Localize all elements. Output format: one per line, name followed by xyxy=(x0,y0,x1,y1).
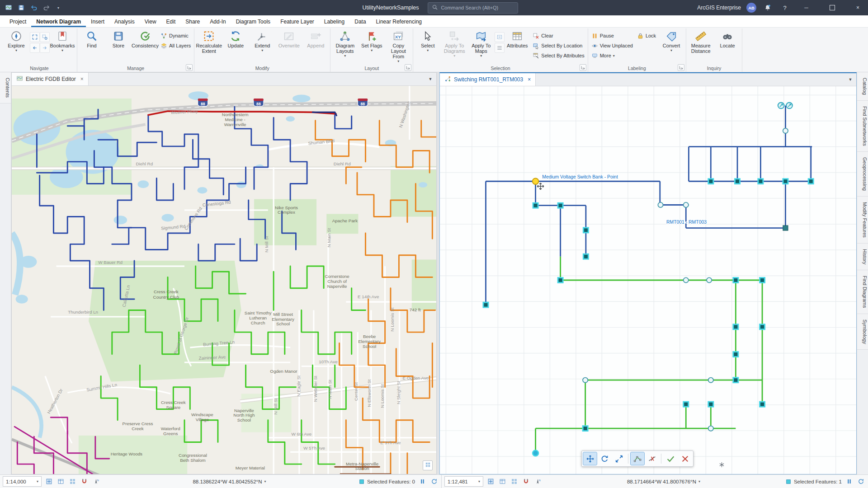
attribute-table-button[interactable] xyxy=(57,477,65,486)
dialog-launcher-icon[interactable] xyxy=(580,64,586,71)
locate-button[interactable]: Locate xyxy=(714,29,741,65)
selected-switch-node[interactable] xyxy=(583,426,588,431)
selection-list-button[interactable] xyxy=(495,43,505,53)
selected-switch-node[interactable] xyxy=(733,278,738,283)
north-arrow-button[interactable]: N xyxy=(92,477,100,486)
save-button[interactable] xyxy=(15,2,27,14)
ribbon-tab-edit[interactable]: Edit xyxy=(161,16,181,27)
dock-tab-history[interactable]: History xyxy=(857,244,868,270)
selected-switch-node[interactable] xyxy=(760,324,765,329)
tab-electric-fgdb-editor[interactable]: Electric FGDB Editor × xyxy=(12,73,89,85)
selection-mode-button[interactable] xyxy=(495,32,505,42)
junction-node[interactable] xyxy=(684,277,689,282)
store-button[interactable]: Store xyxy=(105,29,132,65)
help-button[interactable]: ? xyxy=(779,5,791,11)
selected-switch-node[interactable] xyxy=(733,324,738,329)
select-button[interactable]: Select▾ xyxy=(415,29,441,65)
tab-switching-rmt001-rtm003[interactable]: Switching RMT001_RTM003 × xyxy=(440,73,536,86)
ribbon-tab-labeling[interactable]: Labeling xyxy=(319,16,349,27)
diagram-layouts-button[interactable]: Diagram Layouts▾ xyxy=(332,29,358,65)
junction-node[interactable] xyxy=(708,378,713,383)
pause-button[interactable]: Pause xyxy=(590,31,635,40)
selected-switch-node[interactable] xyxy=(760,402,765,407)
selected-switch-node[interactable] xyxy=(760,278,765,283)
pause-drawing-button[interactable] xyxy=(418,477,427,486)
ribbon-tab-network-diagram[interactable]: Network Diagram xyxy=(31,16,86,27)
ribbon-tab-linear-referencing[interactable]: Linear Referencing xyxy=(371,16,427,27)
selected-switch-node[interactable] xyxy=(708,179,713,184)
pane-navigation-button[interactable] xyxy=(486,477,495,486)
selected-switch-node[interactable] xyxy=(758,179,763,184)
map-canvas[interactable]: Weaver PkwyNorthwesternMedicine -Warrenv… xyxy=(12,86,436,474)
selected-switch-node[interactable] xyxy=(733,352,738,357)
find-button[interactable]: Find xyxy=(79,29,105,65)
customize-toolbar-button[interactable]: ▾ xyxy=(52,2,64,14)
apply-to-maps-button[interactable]: Apply To Maps▾ xyxy=(468,29,494,65)
page-grid-button[interactable] xyxy=(68,477,77,486)
selected-switch-node[interactable] xyxy=(735,179,740,184)
close-icon[interactable]: × xyxy=(80,76,84,82)
junction-node[interactable] xyxy=(684,202,689,207)
select-by-attributes-button[interactable]: Select By Attributes xyxy=(531,51,586,60)
junction-node[interactable] xyxy=(583,378,588,383)
set-flags-button[interactable]: Set Flags▾ xyxy=(359,29,385,65)
switch-node[interactable] xyxy=(783,225,788,230)
coordinates-display[interactable]: 88.1714664°W 41.8007676°N▾ xyxy=(627,479,700,484)
sketch-options-button[interactable] xyxy=(717,460,726,470)
tab-list-chevron[interactable]: ▼ xyxy=(844,73,856,86)
clear-button[interactable]: Clear xyxy=(531,31,586,40)
selected-switch-node[interactable] xyxy=(808,179,813,184)
selected-switch-node[interactable] xyxy=(583,254,588,259)
ribbon-tab-analysis[interactable]: Analysis xyxy=(109,16,140,27)
split-button[interactable] xyxy=(645,452,659,465)
selected-switch-node[interactable] xyxy=(558,203,563,208)
ribbon-tab-add-in[interactable]: Add-In xyxy=(205,16,231,27)
consistency-button[interactable]: Consistency xyxy=(132,29,158,65)
dock-tab-contents[interactable]: Contents xyxy=(0,72,11,103)
selected-switch-node[interactable] xyxy=(483,302,488,307)
refresh-button[interactable] xyxy=(430,477,439,486)
scale-combo[interactable]: 1:12,481▾ xyxy=(444,476,483,487)
selected-switch-node[interactable] xyxy=(733,378,738,383)
ribbon-tab-feature-layer[interactable]: Feature Layer xyxy=(275,16,319,27)
ribbon-tab-share[interactable]: Share xyxy=(180,16,205,27)
bookmarks-button[interactable]: Bookmarks▾ xyxy=(49,29,75,65)
dialog-launcher-icon[interactable] xyxy=(186,64,193,71)
dock-tab-symbology[interactable]: Symbology xyxy=(857,314,868,350)
diagram-canvas[interactable]: Medium Voltage Switch Bank - PointRMT001… xyxy=(440,86,856,474)
dock-tab-modify-features[interactable]: Modify Features xyxy=(857,197,868,244)
scale-button[interactable] xyxy=(612,452,626,465)
move-button[interactable] xyxy=(583,452,597,465)
redo-button[interactable] xyxy=(41,2,52,14)
attributes-button[interactable]: Attributes xyxy=(504,29,530,65)
measure-distance-button[interactable]: Measure Distance xyxy=(688,29,714,65)
zoom-full-button[interactable] xyxy=(30,32,40,42)
pane-navigation-button[interactable] xyxy=(45,477,53,486)
next-extent-button[interactable] xyxy=(40,43,50,53)
junction-node[interactable] xyxy=(707,277,712,282)
recalculate-extent-button[interactable]: Recalculate Extent xyxy=(196,29,222,65)
notifications-button[interactable] xyxy=(762,2,774,14)
dialog-launcher-icon[interactable] xyxy=(678,64,684,71)
junction-node[interactable] xyxy=(783,128,788,133)
attribute-table-button[interactable] xyxy=(498,477,507,486)
all-layers-button[interactable]: All Layers xyxy=(159,41,193,50)
finish-sketch-button[interactable] xyxy=(664,452,677,465)
convert-button[interactable]: Convert▾ xyxy=(658,29,684,65)
selected-switch-node[interactable] xyxy=(533,203,538,208)
zoom-selection-button[interactable] xyxy=(40,32,50,42)
arrow-node[interactable] xyxy=(786,103,793,109)
project-button[interactable] xyxy=(3,2,14,14)
lock-button[interactable]: Lock xyxy=(635,31,658,40)
selected-switch-node[interactable] xyxy=(583,228,588,233)
maximize-button[interactable] xyxy=(822,0,842,15)
coordinates-display[interactable]: 88.1386224°W 41.8042552°N▾ xyxy=(193,479,266,484)
pause-drawing-button[interactable] xyxy=(845,477,854,486)
ribbon-tab-insert[interactable]: Insert xyxy=(86,16,109,27)
selected-switch-node[interactable] xyxy=(684,402,689,407)
dock-tab-find-diagrams[interactable]: Find Diagrams xyxy=(857,270,868,314)
rotate-button[interactable] xyxy=(598,452,611,465)
more-button[interactable]: More▾ xyxy=(590,51,635,60)
selected-switch-node[interactable] xyxy=(558,278,563,283)
avatar[interactable]: AB xyxy=(746,3,756,13)
